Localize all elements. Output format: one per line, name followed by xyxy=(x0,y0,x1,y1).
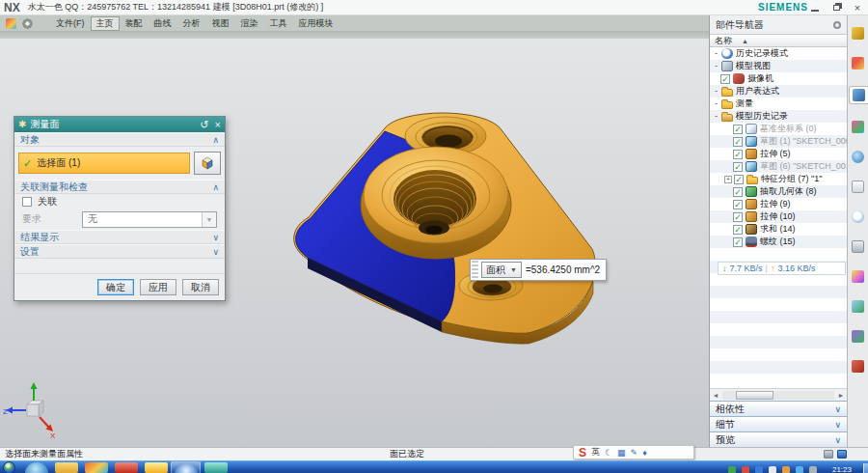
menu-tab[interactable]: 工具 xyxy=(264,16,293,31)
tree-row[interactable]: ✓草图 (1) "SKETCH_000" xyxy=(710,135,847,148)
expand-icon[interactable]: + xyxy=(724,176,732,183)
ime-mode-toggle[interactable]: 英 xyxy=(591,446,600,459)
tree-row[interactable]: ✓拉伸 (10) xyxy=(710,210,847,223)
face-filter-button[interactable] xyxy=(194,152,221,175)
dialog-titlebar[interactable]: ✱ 测量面 ↺ × xyxy=(14,117,225,132)
history-icon[interactable] xyxy=(852,210,864,223)
tree-row[interactable]: ✓摄像机 xyxy=(710,72,847,85)
feature-checkbox[interactable]: ✓ xyxy=(733,150,743,159)
collapse-icon[interactable]: - xyxy=(712,87,720,96)
tray-icon[interactable] xyxy=(782,466,790,473)
hd3d-tools-icon[interactable] xyxy=(852,181,864,193)
associative-checkbox[interactable] xyxy=(22,197,32,207)
tree-row[interactable]: -模型视图 xyxy=(710,60,847,72)
feature-checkbox[interactable]: ✓ xyxy=(733,212,743,222)
tree-row[interactable]: +✓特征分组 (7) "1" xyxy=(710,173,847,185)
section-associative[interactable]: 关联测量和检查 ∧ xyxy=(14,180,225,194)
horizontal-scrollbar[interactable]: ◄ ► xyxy=(710,388,847,401)
apply-button[interactable]: 应用 xyxy=(140,279,176,295)
tray-icon[interactable] xyxy=(742,466,749,473)
section-results[interactable]: 结果显示 ∨ xyxy=(14,230,225,244)
feature-checkbox[interactable]: ✓ xyxy=(733,225,743,235)
process-studio-icon[interactable] xyxy=(852,240,864,253)
collapse-icon[interactable]: - xyxy=(712,62,720,70)
taskbar-qq-icon[interactable] xyxy=(171,461,201,473)
keyboard-icon[interactable] xyxy=(824,450,833,459)
tray-icon[interactable] xyxy=(769,466,776,473)
restore-button[interactable] xyxy=(829,2,843,13)
tree-row[interactable]: ✓求和 (14) xyxy=(710,223,847,236)
taskbar-folder-icon[interactable] xyxy=(51,461,81,473)
details-panel[interactable]: 细节∨ xyxy=(710,416,847,431)
ime-toolbox-icon[interactable]: ♦ xyxy=(642,448,647,458)
tree-row[interactable]: ✓抽取几何体 (8) xyxy=(710,185,847,198)
reuse-library-icon[interactable] xyxy=(852,121,864,133)
name-column-header[interactable]: 名称 ▲ xyxy=(710,35,847,47)
menu-tab[interactable]: 分析 xyxy=(177,16,206,31)
system-scene-icon[interactable] xyxy=(852,300,864,313)
collapse-icon[interactable]: - xyxy=(712,112,720,121)
tray-icon[interactable] xyxy=(809,466,817,473)
collaboration-icon[interactable] xyxy=(852,330,864,343)
feature-checkbox[interactable]: ✓ xyxy=(733,125,743,134)
taskbar-yellow-app-icon[interactable] xyxy=(141,461,171,473)
feature-checkbox[interactable]: ✓ xyxy=(733,200,743,209)
ok-button[interactable]: 确定 xyxy=(97,279,134,295)
taskbar-red-app-icon[interactable] xyxy=(111,461,141,473)
start-button[interactable] xyxy=(3,461,15,473)
tree-row[interactable]: -历史记录模式 xyxy=(710,47,847,60)
measurement-type-dropdown[interactable]: 面积 ▼ xyxy=(481,262,522,278)
menu-tab[interactable]: 装配 xyxy=(120,16,149,31)
dependencies-panel[interactable]: 相依性∨ xyxy=(710,401,847,416)
tree-row[interactable]: -用户表达式 xyxy=(710,85,847,97)
constraint-navigator-icon[interactable] xyxy=(852,57,864,70)
close-button[interactable]: × xyxy=(851,2,864,13)
feature-checkbox[interactable]: ✓ xyxy=(733,237,743,247)
measurement-label[interactable]: 面积 ▼ =536.4250 mm^2 xyxy=(470,259,607,281)
taskbar-browser-icon[interactable] xyxy=(21,461,51,473)
app-launcher-icon[interactable] xyxy=(6,18,16,29)
sogou-logo-icon[interactable]: S xyxy=(579,447,586,459)
menu-tab[interactable]: 视图 xyxy=(206,16,235,31)
menu-tab[interactable]: 曲线 xyxy=(149,16,177,31)
feature-checkbox[interactable]: ✓ xyxy=(734,175,744,184)
menu-tab[interactable]: 应用模块 xyxy=(293,16,339,31)
show-desktop-button[interactable] xyxy=(863,463,868,473)
feature-checkbox[interactable]: ✓ xyxy=(720,74,730,84)
menu-tab[interactable]: 渲染 xyxy=(235,16,264,31)
dialog-close-icon[interactable]: × xyxy=(215,119,221,130)
collapse-icon[interactable]: - xyxy=(712,99,720,108)
tree-row[interactable]: ✓螺纹 (15) xyxy=(710,236,847,248)
ime-moon-icon[interactable]: ☾ xyxy=(605,448,612,458)
center-boss[interactable] xyxy=(361,147,511,259)
assembly-navigator-icon[interactable] xyxy=(852,27,864,40)
roles-icon[interactable] xyxy=(852,270,864,283)
feature-checkbox[interactable]: ✓ xyxy=(733,162,743,172)
taskbar-teal-app-icon[interactable] xyxy=(201,461,231,473)
scroll-right-icon[interactable]: ► xyxy=(835,392,847,399)
tree-row[interactable]: ✓基准坐标系 (0) xyxy=(710,123,847,135)
dialog-reset-icon[interactable]: ↺ xyxy=(200,119,208,130)
feature-checkbox[interactable]: ✓ xyxy=(733,137,743,147)
part-navigator-icon[interactable] xyxy=(850,87,868,103)
tree-row[interactable]: -测量 xyxy=(710,97,847,110)
ime-pen-icon[interactable]: ✎ xyxy=(631,448,638,458)
tree-row[interactable]: ✓草图 (6) "SKETCH_001" xyxy=(710,160,847,173)
taskbar-clock[interactable]: 21:23 xyxy=(832,464,852,473)
menu-tab[interactable]: 文件(F) xyxy=(50,16,91,31)
view-triad[interactable]: Z X xyxy=(2,381,64,439)
monitor-icon[interactable] xyxy=(837,450,847,459)
select-face-field[interactable]: ✓ 选择面 (1) xyxy=(18,153,190,174)
collapse-icon[interactable]: - xyxy=(712,49,720,58)
web-browser-icon[interactable] xyxy=(852,151,864,163)
tree-row[interactable]: ✓拉伸 (9) xyxy=(710,198,847,210)
minimize-button[interactable] xyxy=(808,2,822,13)
preview-panel[interactable]: 预览∨ xyxy=(710,431,847,447)
tray-icon[interactable] xyxy=(796,466,803,473)
scrollbar-track[interactable] xyxy=(722,391,834,400)
tree-row[interactable]: ✓拉伸 (5) xyxy=(710,148,847,160)
customize-gear-icon[interactable] xyxy=(22,18,33,29)
dialog-options-icon[interactable]: ✱ xyxy=(18,120,26,129)
tray-icon[interactable] xyxy=(728,466,736,473)
pin-icon[interactable] xyxy=(833,21,841,29)
